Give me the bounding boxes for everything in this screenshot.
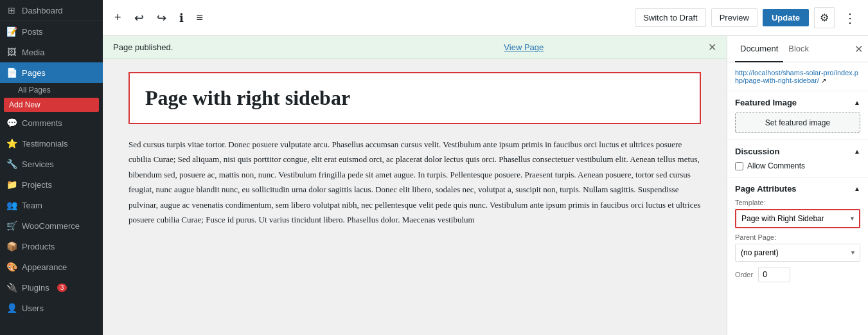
products-icon: 📦 (6, 241, 17, 251)
sidebar-item-team[interactable]: 👥 Team (0, 195, 103, 215)
sidebar-item-plugins[interactable]: 🔌 Plugins 3 (0, 277, 103, 298)
posts-icon: 📝 (6, 26, 17, 37)
info-button[interactable]: ℹ (175, 8, 188, 28)
media-icon: 🖼 (6, 47, 17, 57)
sidebar-item-projects[interactable]: 📁 Projects (0, 174, 103, 195)
woocommerce-icon: 🛒 (6, 221, 17, 231)
testimonials-icon: ⭐ (6, 138, 17, 149)
sidebar-services-label: Services (22, 159, 54, 169)
order-input[interactable] (758, 267, 790, 282)
sidebar-dashboard-label: Dashboard (22, 6, 63, 15)
sidebar-media-label: Media (22, 48, 44, 57)
sidebar-item-posts[interactable]: 📝 Posts (0, 21, 103, 42)
sidebar-item-users[interactable]: 👤 Users (0, 298, 103, 318)
set-featured-image-button[interactable]: Set featured image (735, 113, 860, 133)
parent-select[interactable]: (no parent) (736, 244, 860, 261)
switch-to-draft-button[interactable]: Switch to Draft (635, 8, 706, 27)
services-icon: 🔧 (6, 159, 17, 169)
main-area: + ↩ ↪ ℹ ≡ Switch to Draft Preview Update… (103, 0, 868, 335)
settings-button[interactable]: ⚙ (814, 7, 835, 28)
page-attributes-header[interactable]: Page Attributes ▲ (735, 184, 860, 194)
sidebar-item-services[interactable]: 🔧 Services (0, 154, 103, 174)
page-title[interactable]: Page with right sidebar (145, 86, 684, 110)
sidebar-woocommerce-label: WooCommerce (22, 221, 80, 231)
plugins-icon: 🔌 (6, 282, 17, 293)
list-view-button[interactable]: ≡ (193, 8, 208, 27)
sidebar-item-woocommerce[interactable]: 🛒 WooCommerce (0, 215, 103, 236)
preview-button[interactable]: Preview (711, 8, 757, 27)
team-icon: 👥 (6, 200, 17, 210)
appearance-icon: 🎨 (6, 262, 17, 272)
sidebar-item-pages[interactable]: 📄 Pages (0, 62, 103, 83)
page-title-block[interactable]: Page with right sidebar (128, 72, 701, 124)
parent-page-label: Parent Page: (735, 233, 860, 241)
page-attributes-label: Page Attributes (735, 184, 797, 194)
page-content-area[interactable]: Page with right sidebar Sed cursus turpi… (103, 59, 727, 335)
view-page-link[interactable]: View Page (504, 42, 544, 52)
featured-image-label: Featured Image (735, 98, 797, 107)
notice-bar: Page published. View Page ✕ (103, 36, 727, 59)
dashboard-icon: ⊞ (6, 5, 17, 15)
sidebar-item-media[interactable]: 🖼 Media (0, 42, 103, 62)
sidebar-testimonials-label: Testimonials (22, 139, 68, 149)
undo-button[interactable]: ↩ (130, 8, 148, 28)
discussion-chevron: ▲ (854, 148, 860, 155)
add-block-button[interactable]: + (111, 8, 125, 27)
redo-button[interactable]: ↪ (153, 8, 170, 28)
tab-document[interactable]: Document (735, 36, 783, 62)
external-link-icon: ↗ (821, 77, 826, 84)
sidebar-team-label: Team (22, 201, 42, 210)
sidebar-sub-add-new[interactable]: Add New (4, 98, 99, 112)
template-select-wrapper: Default Template Page with Right Sidebar… (735, 209, 860, 228)
sidebar-pages-label: Pages (22, 68, 46, 78)
right-panel: Document Block ✕ http://localhost/shams-… (727, 36, 868, 335)
notice-close-button[interactable]: ✕ (708, 41, 716, 53)
sidebar-plugins-label: Plugins (22, 283, 49, 293)
update-button[interactable]: Update (763, 9, 809, 26)
tab-block[interactable]: Block (783, 36, 814, 62)
comments-icon: 💬 (6, 118, 17, 128)
featured-image-header[interactable]: Featured Image ▲ (735, 98, 860, 107)
sidebar-item-comments[interactable]: 💬 Comments (0, 113, 103, 133)
page-link-section: http://localhost/shams-solar-pro/index.p… (727, 62, 868, 91)
sidebar-appearance-label: Appearance (22, 262, 67, 272)
template-select-container: Default Template Page with Right Sidebar… (736, 210, 859, 227)
page-attributes-section: Page Attributes ▲ Template: Default Temp… (727, 177, 868, 289)
featured-image-section: Featured Image ▲ Set featured image (727, 91, 868, 140)
parent-select-container: (no parent) (736, 244, 860, 261)
sidebar-posts-label: Posts (22, 27, 43, 37)
order-row: Order (735, 267, 860, 282)
editor-toolbar: + ↩ ↪ ℹ ≡ Switch to Draft Preview Update… (103, 0, 868, 36)
sidebar-products-label: Products (22, 242, 55, 251)
sidebar: ⊞ Dashboard 📝 Posts 🖼 Media 📄 Pages All … (0, 0, 103, 335)
plugins-badge: 3 (57, 284, 67, 292)
discussion-header[interactable]: Discussion ▲ (735, 147, 860, 156)
sidebar-dashboard-item[interactable]: ⊞ Dashboard (0, 0, 103, 21)
parent-select-wrapper: (no parent) (735, 244, 860, 262)
notice-text: Page published. (113, 42, 173, 52)
discussion-label: Discussion (735, 147, 779, 156)
page-body[interactable]: Sed cursus turpis vitae tortor. Donec po… (128, 137, 701, 227)
panel-close-button[interactable]: ✕ (855, 43, 863, 55)
allow-comments-checkbox[interactable] (735, 162, 743, 170)
sidebar-item-products[interactable]: 📦 Products (0, 236, 103, 257)
sidebar-item-testimonials[interactable]: ⭐ Testimonials (0, 133, 103, 154)
users-icon: 👤 (6, 303, 17, 313)
order-label: Order (735, 271, 753, 278)
template-select[interactable]: Default Template Page with Right Sidebar… (736, 210, 859, 227)
page-url-link[interactable]: http://localhost/shams-solar-pro/index.p… (735, 69, 858, 84)
sidebar-item-appearance[interactable]: 🎨 Appearance (0, 257, 103, 277)
sidebar-users-label: Users (22, 303, 44, 313)
pages-icon: 📄 (6, 68, 17, 78)
template-label: Template: (735, 199, 860, 206)
allow-comments-row: Allow Comments (735, 161, 860, 170)
sidebar-comments-label: Comments (22, 118, 62, 128)
discussion-section: Discussion ▲ Allow Comments (727, 140, 868, 177)
allow-comments-label: Allow Comments (747, 161, 805, 170)
page-attributes-chevron: ▲ (854, 185, 860, 192)
content-row: Page published. View Page ✕ Page with ri… (103, 36, 868, 335)
sidebar-projects-label: Projects (22, 180, 52, 190)
projects-icon: 📁 (6, 179, 17, 190)
more-options-button[interactable]: ⋮ (840, 8, 860, 28)
sidebar-sub-all-pages[interactable]: All Pages (0, 83, 103, 97)
